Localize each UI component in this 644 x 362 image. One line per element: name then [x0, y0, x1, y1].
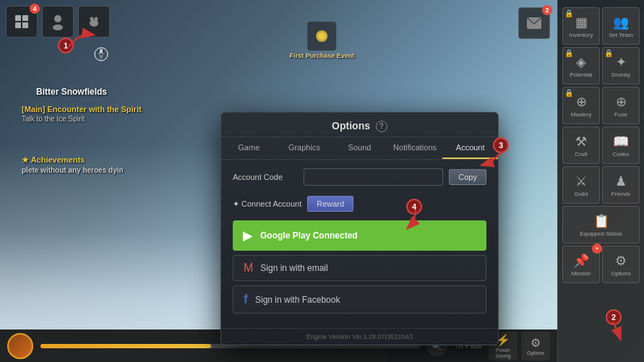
right-sidebar: 🔒 ▦ Inventory 👥 Set Team 🔒 ◈ Potential 🔒… [557, 0, 644, 362]
lock-icon-2: 🔒 [564, 49, 573, 57]
svg-rect-1 [22, 15, 28, 21]
location-text: Bitter Snowfields [36, 87, 107, 97]
tab-graphics[interactable]: Graphics [277, 137, 332, 159]
menu-button[interactable]: 4 [6, 6, 38, 38]
hud-top-left: 4 [6, 6, 110, 38]
compass: N [94, 47, 108, 63]
achievement-text: plete without any heroes dyin [22, 166, 124, 174]
xp-bar-fill [40, 344, 211, 348]
tab-sound[interactable]: Sound [332, 137, 387, 159]
mission-badge: • [592, 244, 602, 254]
svg-marker-14 [99, 54, 103, 60]
svg-point-7 [90, 17, 94, 21]
lock-icon-4: 🔒 [564, 89, 573, 97]
email-sign-in-button[interactable]: M Sign in with email [233, 255, 486, 281]
options-dialog: Options ? Game Graphics Sound Notificati… [220, 112, 499, 345]
sidebar-btn-craft[interactable]: ⚒ Craft [562, 126, 600, 164]
email-sign-in-text: Sign in with email [260, 263, 327, 273]
svg-point-6 [90, 20, 98, 27]
menu-badge: 4 [30, 4, 40, 14]
sidebar-btn-mastery[interactable]: 🔒 ⊕ Mastery [562, 87, 600, 124]
sidebar-grid: 🔒 ▦ Inventory 👥 Set Team 🔒 ◈ Potential 🔒… [559, 7, 643, 283]
dialog-header: Options ? [221, 113, 498, 137]
pet-button[interactable] [78, 6, 110, 38]
achievement-title: ★ Achievements [22, 155, 124, 165]
svg-rect-2 [15, 22, 21, 28]
help-icon[interactable]: ? [376, 121, 387, 132]
event-label: First Purchase Event [290, 52, 355, 59]
svg-point-10 [318, 33, 325, 40]
svg-point-4 [54, 15, 61, 22]
email-icon: M [244, 262, 253, 275]
dialog-footer: Engine Version Ver.1.28.07(352154/) [221, 328, 498, 345]
account-code-row: Account Code Copy [233, 168, 486, 186]
facebook-icon: f [244, 292, 248, 307]
svg-text:N: N [100, 48, 103, 53]
svg-point-5 [53, 25, 63, 30]
facebook-sign-in-text: Sign in with Facebook [255, 295, 340, 305]
dialog-title: Options [332, 120, 370, 132]
google-play-text: Google Play Connected [260, 230, 358, 241]
annotation-2: 2 [606, 309, 622, 325]
connect-account-label: ✦ Connect Account [233, 199, 301, 209]
quest-panel: [Main] Encounter with the Spirit Talk to… [22, 105, 142, 123]
lock-icon-3: 🔒 [604, 49, 613, 57]
quest-title: [Main] Encounter with the Spirit [22, 105, 142, 113]
achievement-panel: ★ Achievements plete without any heroes … [22, 155, 124, 174]
hud-mail-area: 2 [518, 7, 550, 39]
annotation-4: 4 [406, 199, 422, 215]
sidebar-btn-mission[interactable]: • 📌 Mission [562, 246, 600, 283]
sidebar-btn-potential[interactable]: 🔒 ◈ Potential [562, 47, 600, 85]
hud-top-center: First Purchase Event [290, 7, 355, 59]
sidebar-btn-guild[interactable]: ⚔ Guild [562, 166, 600, 204]
lock-icon: 🔒 [564, 9, 573, 17]
options-button[interactable]: ⚙ Options [521, 332, 550, 361]
sidebar-btn-divinity[interactable]: 🔒 ✦ Divinity [602, 47, 640, 85]
svg-rect-3 [22, 22, 28, 28]
sidebar-btn-inventory[interactable]: 🔒 ▦ Inventory [562, 7, 600, 45]
svg-point-8 [95, 17, 98, 21]
sidebar-btn-equipped[interactable]: 📋 Equipped Status [562, 206, 640, 244]
mail-button[interactable]: 2 [518, 7, 550, 39]
connect-account-row: ✦ Connect Account Reward [233, 196, 486, 212]
reward-button[interactable]: Reward [307, 196, 353, 212]
player-avatar[interactable] [7, 333, 33, 359]
costume-button[interactable] [307, 22, 336, 51]
account-code-label: Account Code [233, 173, 298, 181]
facebook-sign-in-button[interactable]: f Sign in with Facebook [233, 285, 486, 314]
tab-game[interactable]: Game [221, 137, 277, 159]
annotation-3: 3 [493, 137, 509, 153]
google-play-button[interactable]: ▶ Google Play Connected [233, 220, 486, 251]
tab-account[interactable]: Account [442, 137, 498, 159]
hero-button[interactable] [42, 6, 74, 38]
svg-rect-0 [15, 15, 21, 21]
social-buttons: ▶ Google Play Connected M Sign in with e… [233, 220, 486, 314]
quest-subtitle: Talk to the Ice Spirit [22, 115, 142, 123]
sidebar-btn-options[interactable]: ⚙ Options [602, 246, 640, 283]
account-code-input[interactable] [304, 168, 443, 186]
copy-button[interactable]: Copy [449, 169, 486, 185]
sidebar-btn-friends[interactable]: ♟ Friends [602, 166, 640, 204]
annotation-1: 1 [58, 38, 74, 53]
sidebar-btn-set-team[interactable]: 👥 Set Team [602, 7, 640, 45]
dialog-body: Account Code Copy ✦ Connect Account Rewa… [221, 160, 498, 328]
dialog-tabs: Game Graphics Sound Notifications Accoun… [221, 137, 498, 160]
google-play-icon: ▶ [243, 228, 253, 244]
mail-badge: 2 [542, 5, 552, 15]
sidebar-btn-fuse[interactable]: ⊕ Fuse [602, 87, 640, 124]
sidebar-btn-codex[interactable]: 📖 Codex [602, 126, 640, 164]
tab-notifications[interactable]: Notifications [387, 137, 443, 159]
